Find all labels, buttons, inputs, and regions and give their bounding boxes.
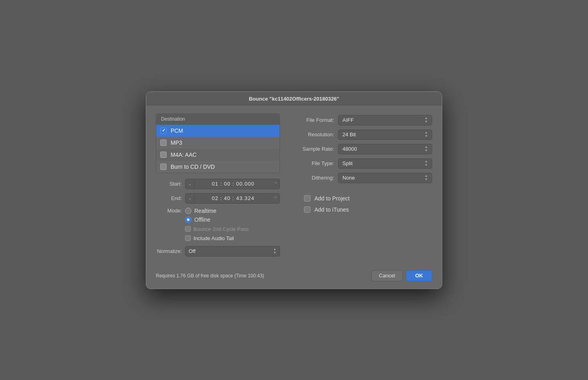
- include-audio-tail-label: Include Audio Tail: [193, 235, 234, 241]
- resolution-row: Resolution: 24 Bit ▲ ▼: [292, 129, 432, 140]
- destination-header: Destination: [156, 114, 280, 125]
- file-type-row: File Type: Split ▲ ▼: [292, 158, 432, 169]
- mode-realtime-label: Realtime: [194, 208, 216, 214]
- file-type-spinner-icon[interactable]: ▲ ▼: [425, 160, 428, 167]
- destination-label-pcm: PCM: [171, 127, 183, 134]
- cancel-button[interactable]: Cancel: [371, 270, 403, 281]
- add-to-itunes-row[interactable]: Add to iTunes: [304, 206, 432, 213]
- normalize-spinner-icon[interactable]: ▲ ▼: [273, 248, 276, 255]
- bounce-2nd-cycle-checkbox[interactable]: [185, 226, 191, 232]
- destination-row-mp3[interactable]: MP3: [156, 137, 280, 149]
- end-field[interactable]: ⌄ 02 : 40 : 43.324 ⌃: [185, 193, 280, 204]
- start-chevron-icon[interactable]: ⌄: [185, 179, 195, 189]
- dithering-spinner-icon[interactable]: ▲ ▼: [425, 174, 428, 181]
- file-format-spinner-icon[interactable]: ▲ ▼: [425, 117, 428, 123]
- file-type-select[interactable]: Split ▲ ▼: [338, 158, 432, 169]
- start-up-icon[interactable]: ⌃: [272, 179, 280, 189]
- normalize-value: Off: [189, 248, 195, 254]
- bounce-2nd-cycle-label: Bounce 2nd Cycle Pass: [193, 226, 249, 232]
- end-label: End:: [156, 195, 182, 201]
- sample-rate-value: 48000: [342, 146, 357, 152]
- file-type-value: Split: [342, 160, 352, 166]
- mode-realtime-item[interactable]: Realtime: [185, 208, 249, 214]
- ok-button[interactable]: OK: [406, 270, 433, 281]
- add-options-section: Add to Project Add to iTunes: [292, 195, 432, 213]
- footer-buttons: Cancel OK: [371, 270, 432, 281]
- mode-offline-label: Offline: [194, 216, 210, 223]
- right-panel: File Format: AIFF ▲ ▼ Resolution: 24 Bit…: [292, 113, 432, 257]
- dithering-value: None: [342, 175, 355, 181]
- mode-realtime-radio[interactable]: [185, 208, 191, 214]
- normalize-row: Normalize: Off ▲ ▼: [156, 246, 280, 257]
- resolution-label: Resolution:: [292, 131, 334, 137]
- destination-row-pcm[interactable]: PCM: [156, 125, 280, 137]
- resolution-value: 24 Bit: [342, 131, 356, 137]
- left-panel: Destination PCM MP3 M4A: AAC Burn to CD …: [156, 113, 280, 257]
- start-field[interactable]: ⌄ 01 : 00 : 00.000 ⌃: [185, 179, 280, 189]
- end-value: 02 : 40 : 43.324: [195, 195, 272, 201]
- end-up-icon[interactable]: ⌃: [272, 194, 280, 203]
- include-audio-tail-item[interactable]: Include Audio Tail: [185, 235, 249, 241]
- sample-rate-row: Sample Rate: 48000 ▲ ▼: [292, 144, 432, 154]
- mode-radio-group: Realtime Offline Bounce 2nd Cycle Pass I…: [185, 208, 249, 241]
- file-format-value: AIFF: [342, 117, 354, 123]
- mode-offline-radio[interactable]: [185, 216, 191, 223]
- destination-checkbox-burn[interactable]: [160, 164, 167, 170]
- footer-info: Requires 1.76 GB of free disk space (Tim…: [156, 273, 264, 279]
- mode-offline-item[interactable]: Offline: [185, 216, 249, 223]
- bounce-dialog: Bounce "kc11402Officers-20180326" Destin…: [146, 91, 442, 289]
- sample-rate-select[interactable]: 48000 ▲ ▼: [338, 144, 432, 154]
- start-value: 01 : 00 : 00.000: [195, 181, 272, 187]
- resolution-spinner-icon[interactable]: ▲ ▼: [425, 131, 428, 138]
- destination-checkbox-mp3[interactable]: [160, 139, 167, 146]
- include-audio-tail-checkbox[interactable]: [185, 235, 191, 241]
- destination-label-m4a: M4A: AAC: [171, 152, 197, 158]
- dithering-label: Dithering:: [292, 175, 334, 181]
- add-to-itunes-label: Add to iTunes: [314, 206, 349, 213]
- dialog-content: Destination PCM MP3 M4A: AAC Burn to CD …: [146, 105, 442, 257]
- destination-row-burn[interactable]: Burn to CD / DVD: [156, 161, 280, 173]
- bounce-2nd-cycle-item[interactable]: Bounce 2nd Cycle Pass: [185, 226, 249, 232]
- add-to-project-label: Add to Project: [314, 195, 350, 202]
- destination-table: Destination PCM MP3 M4A: AAC Burn to CD …: [156, 113, 280, 173]
- file-format-row: File Format: AIFF ▲ ▼: [292, 115, 432, 125]
- add-to-project-checkbox[interactable]: [304, 195, 310, 202]
- resolution-select[interactable]: 24 Bit ▲ ▼: [338, 129, 432, 140]
- title-bar: Bounce "kc11402Officers-20180326": [146, 92, 442, 105]
- normalize-label: Normalize:: [156, 248, 182, 254]
- sample-rate-label: Sample Rate:: [292, 146, 334, 152]
- file-type-label: File Type:: [292, 160, 334, 166]
- mode-row: Mode: Realtime Offline Bounce 2nd Cycle …: [156, 208, 280, 241]
- dialog-footer: Requires 1.76 GB of free disk space (Tim…: [146, 263, 442, 289]
- start-label: Start:: [156, 181, 182, 187]
- dithering-select[interactable]: None ▲ ▼: [338, 173, 432, 183]
- destination-checkbox-pcm[interactable]: [160, 127, 167, 134]
- destination-label-burn: Burn to CD / DVD: [171, 164, 215, 170]
- destination-label-mp3: MP3: [171, 139, 182, 146]
- sample-rate-spinner-icon[interactable]: ▲ ▼: [425, 146, 428, 152]
- mode-label: Mode:: [156, 208, 182, 214]
- dialog-title: Bounce "kc11402Officers-20180326": [249, 96, 339, 102]
- add-to-project-row[interactable]: Add to Project: [304, 195, 432, 202]
- destination-row-m4a[interactable]: M4A: AAC: [156, 149, 280, 161]
- file-format-label: File Format:: [292, 117, 334, 123]
- start-row: Start: ⌄ 01 : 00 : 00.000 ⌃: [156, 179, 280, 189]
- dithering-row: Dithering: None ▲ ▼: [292, 173, 432, 183]
- end-chevron-icon[interactable]: ⌄: [185, 194, 195, 203]
- destination-checkbox-m4a[interactable]: [160, 152, 167, 158]
- file-format-select[interactable]: AIFF ▲ ▼: [338, 115, 432, 125]
- add-to-itunes-checkbox[interactable]: [304, 206, 310, 213]
- normalize-select[interactable]: Off ▲ ▼: [185, 246, 280, 257]
- end-row: End: ⌄ 02 : 40 : 43.324 ⌃: [156, 193, 280, 204]
